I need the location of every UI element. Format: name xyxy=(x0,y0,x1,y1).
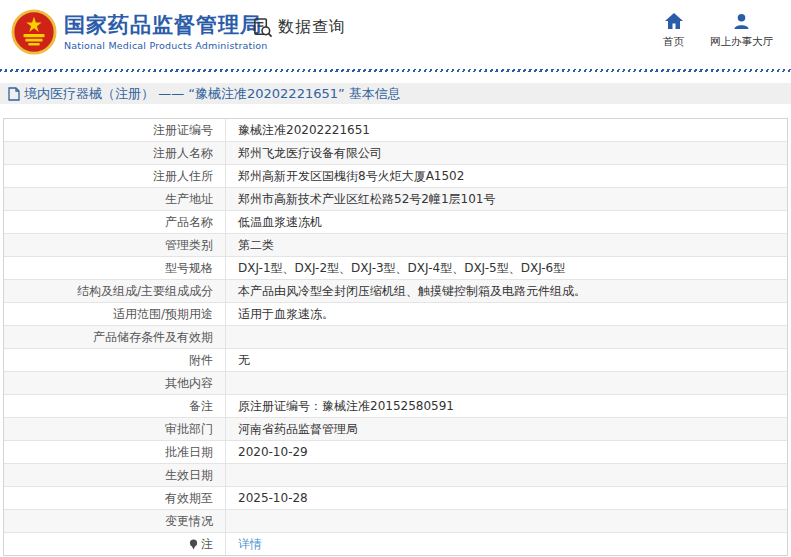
top-nav: 首页 网上办事大厅 xyxy=(663,12,773,49)
row-label: 注册人住所 xyxy=(4,165,226,187)
nav-online-hall[interactable]: 网上办事大厅 xyxy=(710,12,773,49)
table-row: 型号规格DXJ-1型、DXJ-2型、DXJ-3型、DXJ-4型、DXJ-5型、D… xyxy=(4,257,787,280)
note-pin-icon xyxy=(189,539,198,550)
row-value: 低温血浆速冻机 xyxy=(226,211,787,233)
row-label: 产品储存条件及有效期 xyxy=(4,326,226,348)
row-label: 变更情况 xyxy=(4,510,226,532)
row-label: 产品名称 xyxy=(4,211,226,233)
table-row: 产品储存条件及有效期 xyxy=(4,326,787,349)
table-row: 生效日期 xyxy=(4,464,787,487)
breadcrumb: 境内医疗器械（注册） —— “豫械注准20202221651” 基本信息 xyxy=(0,83,791,104)
document-search-icon xyxy=(252,17,273,38)
row-value xyxy=(226,510,787,532)
site-header: 国家药品监督管理局 National Medical Products Admi… xyxy=(0,0,791,69)
table-row: 结构及组成/主要组成成分本产品由风冷型全封闭压缩机组、触摸键控制箱及电路元件组成… xyxy=(4,280,787,303)
data-query-label: 数据查询 xyxy=(278,17,346,38)
row-value: 第二类 xyxy=(226,234,787,256)
header-stripe-divider xyxy=(0,69,791,72)
table-row: 有效期至2025-10-28 xyxy=(4,487,787,510)
row-label: 其他内容 xyxy=(4,372,226,394)
data-query-tab[interactable]: 数据查询 xyxy=(252,17,346,38)
table-row: 适用范围/预期用途适用于血浆速冻。 xyxy=(4,303,787,326)
china-national-emblem-icon xyxy=(11,9,57,55)
row-value: 适用于血浆速冻。 xyxy=(226,303,787,325)
table-row: 注册人住所郑州高新开发区国槐街8号火炬大厦A1502 xyxy=(4,165,787,188)
row-label: 注册证编号 xyxy=(4,119,226,141)
row-value: 郑州飞龙医疗设备有限公司 xyxy=(226,142,787,164)
row-label: 附件 xyxy=(4,349,226,371)
row-label: 生效日期 xyxy=(4,464,226,486)
row-value: 郑州高新开发区国槐街8号火炬大厦A1502 xyxy=(226,165,787,187)
table-row: 其他内容 xyxy=(4,372,787,395)
row-label: 有效期至 xyxy=(4,487,226,509)
row-value xyxy=(226,372,787,394)
table-row: 审批部门河南省药品监督管理局 xyxy=(4,418,787,441)
row-value: 无 xyxy=(226,349,787,371)
page: 国家药品监督管理局 National Medical Products Admi… xyxy=(0,0,791,557)
table-row: 管理类别第二类 xyxy=(4,234,787,257)
nav-home-label: 首页 xyxy=(663,35,684,49)
row-value: 本产品由风冷型全封闭压缩机组、触摸键控制箱及电路元件组成。 xyxy=(226,280,787,302)
row-label: 适用范围/预期用途 xyxy=(4,303,226,325)
row-label: 注册人名称 xyxy=(4,142,226,164)
row-label: 备注 xyxy=(4,395,226,417)
table-row: 生产地址郑州市高新技术产业区红松路52号2幢1层101号 xyxy=(4,188,787,211)
row-value: 2025-10-28 xyxy=(226,487,787,509)
nav-online-hall-label: 网上办事大厅 xyxy=(710,35,773,49)
table-row: 注详情 xyxy=(4,533,787,555)
table-row: 批准日期2020-10-29 xyxy=(4,441,787,464)
table-row: 变更情况 xyxy=(4,510,787,533)
table-row: 注册人名称郑州飞龙医疗设备有限公司 xyxy=(4,142,787,165)
row-value: 详情 xyxy=(226,533,787,555)
user-icon xyxy=(733,12,750,30)
logo-text: 国家药品监督管理局 National Medical Products Admi… xyxy=(64,13,268,51)
row-label: 注 xyxy=(4,533,226,555)
nav-home[interactable]: 首页 xyxy=(663,12,684,49)
row-value: 2020-10-29 xyxy=(226,441,787,463)
document-icon xyxy=(8,87,20,101)
table-row: 注册证编号豫械注准20202221651 xyxy=(4,119,787,142)
row-label: 批准日期 xyxy=(4,441,226,463)
row-label: 审批部门 xyxy=(4,418,226,440)
row-label: 结构及组成/主要组成成分 xyxy=(4,280,226,302)
table-row: 附件无 xyxy=(4,349,787,372)
detail-link[interactable]: 详情 xyxy=(238,537,262,551)
row-value: 河南省药品监督管理局 xyxy=(226,418,787,440)
agency-title-en: National Medical Products Administration xyxy=(64,40,268,51)
row-value: 原注册证编号：豫械注准20152580591 xyxy=(226,395,787,417)
row-value: DXJ-1型、DXJ-2型、DXJ-3型、DXJ-4型、DXJ-5型、DXJ-6… xyxy=(226,257,787,279)
home-icon xyxy=(665,12,683,30)
breadcrumb-text: 境内医疗器械（注册） —— “豫械注准20202221651” 基本信息 xyxy=(24,85,401,103)
row-value: 豫械注准20202221651 xyxy=(226,119,787,141)
row-label: 型号规格 xyxy=(4,257,226,279)
row-value xyxy=(226,464,787,486)
table-row: 备注原注册证编号：豫械注准20152580591 xyxy=(4,395,787,418)
row-value: 郑州市高新技术产业区红松路52号2幢1层101号 xyxy=(226,188,787,210)
row-value xyxy=(226,326,787,348)
info-table: 注册证编号豫械注准20202221651注册人名称郑州飞龙医疗设备有限公司注册人… xyxy=(3,118,788,556)
table-row: 产品名称低温血浆速冻机 xyxy=(4,211,787,234)
row-label: 管理类别 xyxy=(4,234,226,256)
row-label: 生产地址 xyxy=(4,188,226,210)
agency-title-cn: 国家药品监督管理局 xyxy=(64,13,268,37)
